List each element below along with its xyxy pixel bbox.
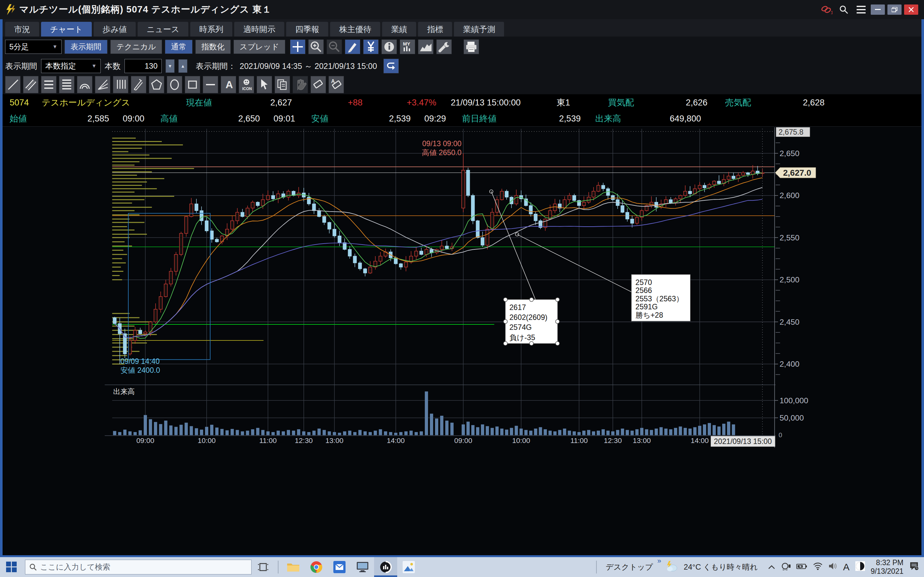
spread-button[interactable]: スプレッド [234, 40, 285, 54]
trading-app-icon[interactable] [374, 557, 397, 577]
selection-handle[interactable] [503, 298, 507, 301]
weather-text[interactable]: 24°C くもり時々晴れ [684, 562, 758, 572]
taskbar-search-input[interactable]: ここに入力して検索 [25, 560, 252, 574]
candle-body [363, 269, 367, 273]
draw-tool-eraser-icon[interactable] [310, 76, 326, 93]
tab-chart[interactable]: チャート [41, 22, 92, 37]
interval-select[interactable]: 5分足▼ [5, 40, 61, 54]
draw-tool-fan-lines-icon[interactable] [95, 76, 110, 93]
technical-button[interactable]: テクニカル [110, 40, 162, 54]
selection-handle[interactable] [503, 342, 507, 345]
selection-handle[interactable] [503, 319, 507, 324]
tab-shihyo[interactable]: 指標 [418, 22, 452, 37]
drawn-rectangle-annotation[interactable] [128, 213, 210, 359]
draw-tool-pointer-icon[interactable] [257, 76, 272, 93]
selection-handle[interactable] [529, 342, 533, 345]
draw-tool-trendline-icon[interactable] [5, 76, 21, 93]
draw-tool-icon-stamp-icon[interactable]: ICON [239, 76, 254, 93]
draw-tool-ellipse-icon[interactable] [167, 76, 182, 93]
price-chart[interactable]: 2,6502,6002,5502,5002,4502,400100,00050,… [0, 126, 924, 557]
volume-bar [597, 430, 600, 435]
start-button[interactable] [0, 557, 23, 577]
selection-handle[interactable] [556, 319, 559, 324]
mail-app-icon[interactable] [328, 557, 351, 577]
minimize-button[interactable] [871, 5, 885, 15]
draw-tool-h-lines-4-icon[interactable] [59, 76, 74, 93]
draw-tool-parallel-lines-icon[interactable] [23, 76, 39, 93]
period-mode-select[interactable]: 本数指定▼ [41, 59, 101, 73]
camera-icon[interactable] [781, 562, 790, 572]
yen-icon[interactable] [363, 39, 379, 54]
draw-tool-pitchfork-icon[interactable] [131, 76, 146, 93]
photos-app-icon[interactable] [397, 557, 420, 577]
volume-bar [635, 429, 638, 435]
restore-button[interactable] [887, 5, 901, 15]
crosshair-icon[interactable] [290, 39, 305, 54]
close-button[interactable] [904, 5, 918, 15]
taskbar-clock[interactable]: 8:32 PM9/13/2021 [871, 558, 903, 576]
count-down-button[interactable]: ▼ [166, 59, 174, 73]
draw-tool-eraser-all-icon[interactable]: A [328, 76, 344, 93]
menu-icon[interactable] [854, 3, 868, 16]
draw-tool-h-lines-3-icon[interactable] [41, 76, 57, 93]
file-explorer-icon[interactable] [282, 557, 305, 577]
tab-ayumine[interactable]: 歩み値 [94, 22, 136, 37]
note-box1[interactable]: 26172602(2609)2574G負け-35 [503, 298, 559, 345]
wrench-icon[interactable] [436, 39, 452, 54]
remote-desktop-icon[interactable] [351, 557, 374, 577]
selection-handle[interactable] [556, 342, 559, 345]
area-chart-icon[interactable] [418, 39, 433, 54]
leader-lines[interactable] [489, 190, 632, 314]
draw-tool-pentagon-icon[interactable] [149, 76, 164, 93]
draw-tool-text-icon[interactable]: A [221, 76, 236, 93]
printer-icon[interactable] [464, 39, 479, 54]
volume-bar [282, 432, 285, 435]
tab-shikiho[interactable]: 四季報 [286, 22, 328, 37]
taskbar-separator [596, 561, 597, 574]
zoom-in-icon[interactable] [309, 39, 324, 54]
toolbar-overflow-chevron[interactable]: » [657, 557, 661, 565]
selection-handle[interactable] [529, 298, 533, 301]
zoom-out-icon[interactable] [326, 39, 342, 54]
weather-icon[interactable] [665, 560, 678, 574]
desktop-toolbar[interactable]: デスクトップ » [606, 562, 653, 572]
volume-bar [307, 432, 310, 435]
draw-tool-fib-arc-icon[interactable] [77, 76, 92, 93]
volume-bar [558, 430, 561, 435]
draw-tool-rectangle-icon[interactable] [185, 76, 200, 93]
tab-tekiji-kaiji[interactable]: 適時開示 [234, 22, 284, 37]
tab-gyoseki-yosoku[interactable]: 業績予測 [454, 22, 504, 37]
count-input[interactable]: 130 [124, 59, 162, 73]
count-up-button[interactable]: ▲ [178, 59, 187, 73]
chrome-icon[interactable] [305, 557, 328, 577]
hyoji-kikan-button[interactable]: 表示期間 [65, 40, 107, 54]
ime-kana-indicator[interactable] [855, 561, 865, 573]
task-view-button[interactable] [252, 557, 275, 577]
draw-tool-h-segment-icon[interactable] [203, 76, 218, 93]
draw-tool-v-lines-icon[interactable] [113, 76, 128, 93]
notification-icon[interactable] [909, 561, 919, 573]
tab-news[interactable]: ニュース [137, 22, 188, 37]
reload-button[interactable] [383, 59, 399, 73]
volume-icon[interactable] [829, 562, 837, 572]
battery-icon[interactable] [796, 562, 807, 572]
selection-handle[interactable] [556, 298, 559, 301]
tab-gyoseki[interactable]: 業績 [382, 22, 416, 37]
wifi-icon[interactable] [813, 562, 822, 572]
link-icon[interactable]: 1 [819, 3, 834, 16]
search-icon[interactable] [837, 3, 851, 16]
tab-shikyo[interactable]: 市況 [5, 22, 39, 37]
pencil-icon[interactable] [345, 39, 360, 54]
tsujo-button[interactable]: 通常 [165, 40, 192, 54]
ime-mode-indicator[interactable]: A [843, 562, 850, 572]
note-box2[interactable]: 257025662553（2563）2591G勝ち+28 [632, 274, 690, 321]
draw-tool-copy-icon[interactable] [275, 76, 290, 93]
my-chart-icon[interactable]: MY [400, 39, 415, 54]
tab-jikeiretsu[interactable]: 時系列 [190, 22, 232, 37]
draw-tool-hand-icon[interactable] [292, 76, 308, 93]
tab-yutai[interactable]: 株主優待 [330, 22, 380, 37]
info-icon[interactable] [381, 39, 397, 54]
hidden-icons-chevron[interactable] [768, 563, 775, 571]
volume-bar [353, 432, 357, 435]
shisuka-button[interactable]: 指数化 [195, 40, 231, 54]
